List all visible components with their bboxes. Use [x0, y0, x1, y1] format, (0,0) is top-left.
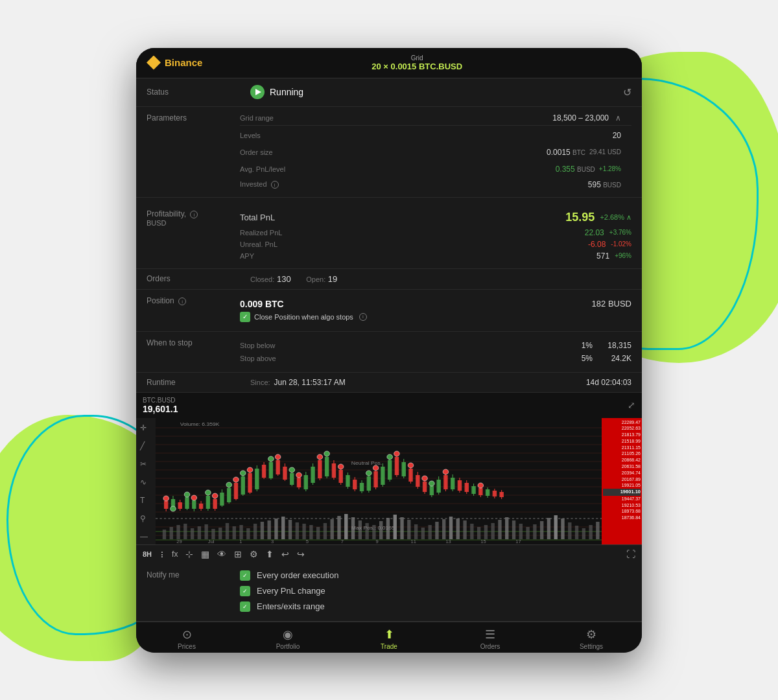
levels-row: Levels 20	[240, 127, 631, 144]
refresh-icon[interactable]: ↺	[623, 86, 631, 99]
chart-symbol: BTC.BUSD	[143, 397, 178, 404]
redo-icon[interactable]: ↪	[297, 549, 305, 559]
avg-pnl-row: Avg. PnL/level 0.355 BUSD +1.28%	[240, 161, 631, 178]
notify-text-0: Every order execution	[257, 570, 338, 580]
svg-rect-54	[428, 525, 431, 539]
trade-icon: ⬆	[384, 627, 394, 642]
svg-point-193	[275, 454, 281, 460]
undo-icon[interactable]: ↩	[281, 549, 289, 559]
avg-pnl-value: 0.355 BUSD	[556, 165, 595, 174]
nav-item-trade[interactable]: ⬆ Trade	[338, 627, 440, 650]
svg-point-179	[206, 490, 211, 495]
share-icon[interactable]: ⬆	[266, 549, 274, 559]
curve-icon[interactable]: ∿	[140, 478, 152, 487]
order-size-label: Order size	[240, 148, 547, 156]
unrealized-pnl-row: Unreal. PnL -6.08 -1.02%	[240, 239, 631, 250]
svg-point-181	[240, 471, 246, 476]
profitability-content: Total PnL 15.95 +2.68% ∧ Realized PnL 22…	[240, 203, 642, 268]
collapse-icon: ∧	[615, 113, 621, 122]
more-tools-icon[interactable]: —	[140, 532, 152, 541]
svg-rect-57	[449, 517, 453, 539]
svg-point-180	[226, 482, 232, 487]
text-tool-icon[interactable]: T	[140, 496, 152, 505]
levels-label: Levels	[240, 132, 613, 139]
close-position-checkbox[interactable]: ✓	[240, 312, 250, 322]
profitability-label: Profitability, i BUSD	[136, 203, 240, 268]
measure-icon[interactable]: ⚲	[140, 514, 152, 523]
svg-rect-75	[575, 526, 578, 539]
grid-range-row[interactable]: Grid range 18,500 – 23,000 ∧	[240, 110, 631, 126]
svg-rect-25	[226, 523, 229, 539]
notify-checkbox-2[interactable]: ✓	[240, 601, 250, 612]
apy-row: APY 571 +96%	[240, 250, 631, 266]
status-value: Running	[270, 87, 303, 97]
svg-rect-50	[400, 517, 403, 539]
svg-rect-24	[218, 528, 222, 539]
open-label: Open:	[306, 275, 325, 283]
total-pnl-label: Total PnL	[240, 213, 565, 222]
layout-icon[interactable]: ▦	[201, 549, 209, 559]
svg-rect-30	[261, 522, 264, 539]
svg-point-195	[317, 454, 323, 460]
svg-rect-70	[540, 521, 543, 539]
stop-below-value: 18,315	[593, 341, 631, 350]
line-tool-icon[interactable]: ╱	[140, 441, 152, 450]
grid-value: 20 × 0.0015 BTC.BUSD	[202, 62, 631, 71]
timeframe-button[interactable]: 8H	[143, 550, 152, 558]
svg-point-187	[429, 481, 435, 486]
fullscreen-icon[interactable]: ⛶	[626, 549, 635, 559]
notify-checkbox-0[interactable]: ✓	[240, 570, 250, 581]
svg-point-178	[184, 492, 190, 497]
svg-rect-52	[414, 524, 418, 539]
grid-range-value: 18,500 – 23,000	[552, 113, 609, 122]
orders-label: Orders	[147, 274, 250, 283]
chart-container: BTC.BUSD 19,601.1 ⤢ ✛ ╱ ✂ ∿ T ⚲ —	[136, 393, 642, 561]
bottom-nav: ⊙ Prices ◉ Portfolio ⬆ Trade ☰ Orders ⚙ …	[136, 622, 642, 653]
svg-rect-29	[253, 524, 257, 539]
position-label: Position i	[136, 290, 240, 331]
nav-item-portfolio[interactable]: ◉ Portfolio	[237, 627, 338, 650]
chart-price: 19,601.1	[143, 404, 178, 414]
nav-item-prices[interactable]: ⊙ Prices	[136, 627, 237, 650]
price-tick-7: 20868.42	[603, 457, 641, 463]
status-label: Status	[147, 88, 250, 97]
svg-point-197	[373, 465, 379, 471]
total-pnl-value: 15.95	[565, 211, 595, 224]
svg-rect-69	[533, 524, 536, 539]
nav-item-orders[interactable]: ☰ Orders	[440, 627, 541, 650]
price-tick-6: 21105.26	[603, 450, 641, 457]
scissor-icon[interactable]: ✂	[140, 460, 152, 469]
svg-text:Jul: Jul	[208, 539, 215, 544]
svg-rect-40	[331, 519, 334, 539]
chart-expand-icon[interactable]: ⤢	[628, 400, 635, 410]
svg-text:3: 3	[271, 539, 274, 544]
realized-pnl-pct: +3.76%	[609, 229, 631, 236]
position-busd: 182 BUSD	[592, 299, 631, 309]
stop-above-pct: 5%	[567, 354, 593, 363]
svg-point-186	[387, 454, 393, 460]
settings-nav-label: Settings	[580, 643, 603, 650]
settings-toolbar-icon[interactable]: ⚙	[250, 549, 258, 559]
indicators-icon[interactable]: ⫶	[159, 549, 164, 559]
binance-diamond-icon	[147, 56, 161, 70]
eye-icon[interactable]: 👁	[217, 549, 226, 559]
open-value: 19	[328, 274, 337, 284]
svg-text:13: 13	[445, 539, 451, 544]
crosshair-toolbar-icon[interactable]: ⊹	[185, 549, 193, 559]
svg-point-183	[289, 467, 295, 472]
position-info-icon[interactable]: i	[178, 298, 186, 305]
notify-text-2: Enters/exits range	[257, 601, 325, 611]
close-pos-info-icon[interactable]: i	[359, 313, 367, 321]
notify-checkbox-1[interactable]: ✓	[240, 586, 250, 596]
svg-point-202	[478, 483, 484, 488]
layers-icon[interactable]: ⊞	[234, 549, 242, 559]
nav-item-settings[interactable]: ⚙ Settings	[541, 627, 642, 650]
settings-nav-icon: ⚙	[586, 627, 596, 642]
svg-rect-61	[477, 527, 480, 539]
crosshair-icon[interactable]: ✛	[140, 423, 152, 432]
profitability-info-icon[interactable]: i	[190, 211, 198, 218]
invested-info-icon[interactable]: i	[271, 181, 279, 189]
svg-point-190	[212, 493, 218, 498]
price-tick-2: 22052.63	[603, 425, 641, 432]
fx-icon[interactable]: fx	[172, 550, 178, 559]
